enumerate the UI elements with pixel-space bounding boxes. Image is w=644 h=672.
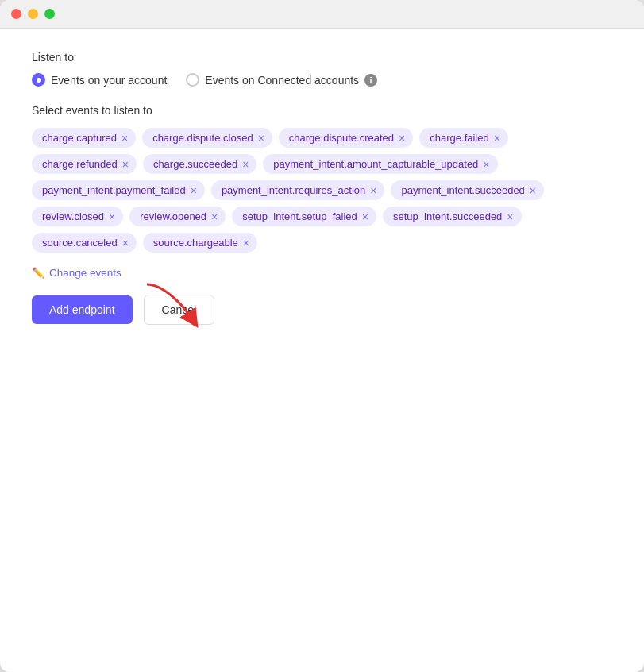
titlebar <box>0 0 644 29</box>
tag-remove-charge-failed[interactable]: × <box>494 133 500 144</box>
tag-remove-payment-intent-payment-failed[interactable]: × <box>191 185 197 196</box>
radio-own-account-label: Events on your account <box>51 74 167 87</box>
cancel-button[interactable]: Cancel <box>144 295 215 325</box>
radio-own-account[interactable]: Events on your account <box>32 73 167 87</box>
tag-remove-charge-succeeded[interactable]: × <box>242 159 249 170</box>
tag-remove-review-closed[interactable]: × <box>109 211 115 222</box>
info-icon[interactable]: i <box>364 74 377 87</box>
tag-label-source-canceled: source.canceled <box>42 237 118 249</box>
listen-to-label: Listen to <box>32 51 612 64</box>
tag-label-charge-captured: charge.captured <box>42 132 117 144</box>
tag-remove-payment-intent-requires-action[interactable]: × <box>370 185 376 196</box>
tag-payment-intent-succeeded: payment_intent.succeeded× <box>391 180 544 200</box>
tag-remove-review-opened[interactable]: × <box>211 211 218 222</box>
maximize-button[interactable] <box>44 9 55 19</box>
tag-label-payment-intent-amount-capturable-updated: payment_intent.amount_capturable_updated <box>273 158 478 170</box>
tag-remove-charge-dispute-closed[interactable]: × <box>258 133 264 144</box>
tag-remove-payment-intent-succeeded[interactable]: × <box>530 185 536 196</box>
close-button[interactable] <box>11 9 21 19</box>
tag-charge-dispute-created: charge.dispute.created× <box>279 128 413 148</box>
tag-label-charge-dispute-created: charge.dispute.created <box>289 132 394 144</box>
change-events-row[interactable]: ✏️ Change events <box>32 267 612 279</box>
tag-charge-failed: charge.failed× <box>419 128 508 148</box>
tag-payment-intent-requires-action: payment_intent.requires_action× <box>211 180 385 200</box>
radio-own-account-circle <box>32 73 45 87</box>
add-endpoint-button[interactable]: Add endpoint <box>32 295 133 324</box>
pencil-icon: ✏️ <box>32 267 44 279</box>
tag-label-charge-dispute-closed: charge.dispute.closed <box>152 132 253 144</box>
tag-remove-setup-intent-succeeded[interactable]: × <box>507 211 513 222</box>
tag-label-review-opened: review.opened <box>140 210 206 222</box>
tag-payment-intent-payment-failed: payment_intent.payment_failed× <box>32 180 205 200</box>
minimize-button[interactable] <box>28 9 38 19</box>
app-window: Listen to Events on your account Events … <box>0 0 644 672</box>
tag-remove-charge-refunded[interactable]: × <box>122 159 129 170</box>
tag-charge-captured: charge.captured× <box>32 128 136 148</box>
tag-charge-dispute-closed: charge.dispute.closed× <box>142 128 272 148</box>
tag-label-setup-intent-succeeded: setup_intent.succeeded <box>393 210 502 222</box>
tag-review-opened: review.opened× <box>129 207 226 226</box>
tag-charge-refunded: charge.refunded× <box>32 154 137 174</box>
tag-remove-source-chargeable[interactable]: × <box>243 238 249 249</box>
tag-setup-intent-setup-failed: setup_intent.setup_failed× <box>232 207 376 226</box>
radio-connected-accounts-circle <box>186 73 199 87</box>
tag-review-closed: review.closed× <box>32 207 123 226</box>
tag-label-payment-intent-payment-failed: payment_intent.payment_failed <box>42 184 186 196</box>
tag-charge-succeeded: charge.succeeded× <box>143 154 256 174</box>
listen-to-radio-group: Events on your account Events on Connect… <box>32 73 612 87</box>
tag-label-charge-failed: charge.failed <box>430 132 488 144</box>
radio-connected-accounts-label: Events on Connected accounts <box>205 74 359 87</box>
tag-label-charge-refunded: charge.refunded <box>42 158 118 170</box>
change-events-label: Change events <box>49 267 121 279</box>
tag-label-payment-intent-succeeded: payment_intent.succeeded <box>401 184 524 196</box>
tag-label-source-chargeable: source.chargeable <box>153 237 238 249</box>
tag-source-chargeable: source.chargeable× <box>143 233 257 253</box>
tag-label-payment-intent-requires-action: payment_intent.requires_action <box>222 184 365 196</box>
tag-remove-payment-intent-amount-capturable-updated[interactable]: × <box>483 159 489 170</box>
tag-remove-charge-captured[interactable]: × <box>121 133 128 144</box>
tag-label-review-closed: review.closed <box>42 210 104 222</box>
actions-row: Add endpoint Cancel <box>32 295 612 325</box>
main-content: Listen to Events on your account Events … <box>0 29 644 349</box>
tag-remove-source-canceled[interactable]: × <box>122 238 129 249</box>
tag-source-canceled: source.canceled× <box>32 233 137 253</box>
tag-remove-setup-intent-setup-failed[interactable]: × <box>362 211 368 222</box>
tag-label-setup-intent-setup-failed: setup_intent.setup_failed <box>242 210 357 222</box>
tags-container: charge.captured×charge.dispute.closed×ch… <box>32 128 612 253</box>
tag-remove-charge-dispute-created[interactable]: × <box>399 133 405 144</box>
select-events-label: Select events to listen to <box>32 104 612 117</box>
radio-connected-accounts[interactable]: Events on Connected accounts i <box>186 73 377 87</box>
tag-label-charge-succeeded: charge.succeeded <box>153 158 237 170</box>
tag-setup-intent-succeeded: setup_intent.succeeded× <box>383 207 522 226</box>
tag-payment-intent-amount-capturable-updated: payment_intent.amount_capturable_updated… <box>263 154 497 174</box>
